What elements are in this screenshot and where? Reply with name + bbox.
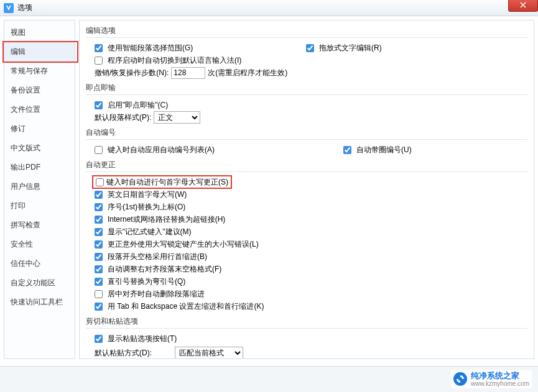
lbl-auto-ime: 程序启动时自动切换到默认语言输入法(I) bbox=[108, 55, 241, 66]
lbl-para-indent: 段落开头空格采用行首缩进(B) bbox=[108, 252, 207, 262]
app-icon bbox=[4, 3, 14, 13]
group-paste-title: 剪切和粘贴选项 bbox=[86, 316, 527, 329]
lbl-smart-para: 使用智能段落选择范围(G) bbox=[108, 43, 193, 53]
chk-para-indent[interactable] bbox=[95, 253, 103, 261]
input-undo-steps[interactable] bbox=[171, 67, 205, 79]
lbl-para-style: 默认段落样式(P): bbox=[95, 112, 151, 123]
sidebar-item-revision[interactable]: 修订 bbox=[4, 119, 75, 139]
watermark: 纯净系统之家 www.kzmyhome.com bbox=[451, 370, 532, 388]
lbl-cap-first: 键入时自动进行句首字母大写更正(S) bbox=[106, 177, 228, 188]
lbl-capslock: 更正意外使用大写锁定键产生的大小写错误(L) bbox=[108, 239, 259, 250]
group-numbering-title: 自动编号 bbox=[86, 127, 527, 140]
lbl-quotes: 直引号替换为弯引号(Q) bbox=[108, 276, 185, 287]
chk-circle-num[interactable] bbox=[343, 146, 351, 154]
main-area: 视图 编辑 常规与保存 备份设置 文件位置 修订 中文版式 输出PDF 用户信息… bbox=[0, 16, 538, 363]
watermark-title: 纯净系统之家 bbox=[471, 371, 529, 380]
chk-memory[interactable] bbox=[95, 228, 103, 236]
sidebar-item-view[interactable]: 视图 bbox=[4, 23, 75, 42]
chk-ordinal[interactable] bbox=[95, 203, 103, 211]
sidebar-item-spell[interactable]: 拼写检查 bbox=[4, 216, 75, 235]
chk-auto-adjust[interactable] bbox=[95, 265, 103, 273]
window-title: 选项 bbox=[17, 2, 32, 13]
chk-auto-ime[interactable] bbox=[95, 57, 103, 65]
sidebar-item-fileloc[interactable]: 文件位置 bbox=[4, 100, 75, 119]
chk-click-enable[interactable] bbox=[95, 101, 103, 109]
group-autocorrect-title: 自动更正 bbox=[86, 160, 527, 172]
lbl-internet: Internet或网络路径替换为超链接(H) bbox=[108, 214, 225, 225]
group-edit-title: 编辑选项 bbox=[86, 25, 527, 38]
sidebar-item-general[interactable]: 常规与保存 bbox=[4, 62, 75, 81]
sel-default-paste[interactable]: 匹配当前格式 bbox=[175, 347, 243, 359]
sidebar-item-edit[interactable]: 编辑 bbox=[4, 42, 75, 62]
sidebar: 视图 编辑 常规与保存 备份设置 文件位置 修订 中文版式 输出PDF 用户信息… bbox=[4, 20, 75, 359]
chk-center-del[interactable] bbox=[95, 290, 103, 298]
sidebar-item-ribbon[interactable]: 自定义功能区 bbox=[4, 273, 75, 293]
group-click-title: 即点即输 bbox=[86, 83, 527, 95]
chk-paste-btn[interactable] bbox=[95, 335, 103, 343]
lbl-circle-num: 自动带圈编号(U) bbox=[356, 145, 412, 155]
lbl-click-enable: 启用"即点即输"(C) bbox=[108, 100, 168, 111]
chk-eng-date[interactable] bbox=[95, 191, 103, 199]
lbl-drag-edit: 拖放式文字编辑(R) bbox=[319, 43, 382, 53]
lbl-ordinal: 序号(1st)替换为上标(O) bbox=[108, 202, 185, 212]
sidebar-item-user[interactable]: 用户信息 bbox=[4, 177, 75, 196]
close-icon bbox=[520, 2, 526, 8]
lbl-tab-bs: 用 Tab 和 Backspace 设置左缩进和首行缩进(K) bbox=[108, 301, 264, 312]
chk-drag-edit[interactable] bbox=[306, 44, 314, 52]
content-panel: 编辑选项 使用智能段落选择范围(G) 拖放式文字编辑(R) 程序启动时自动切换到… bbox=[79, 20, 534, 359]
sidebar-item-security[interactable]: 安全性 bbox=[4, 235, 75, 254]
lbl-auto-adjust: 自动调整右对齐段落末空格格式(F) bbox=[108, 264, 221, 275]
lbl-memory: 显示"记忆式键入"建议(M) bbox=[108, 227, 192, 237]
lbl-undo-suffix: 次(需重启程序才能生效) bbox=[208, 68, 287, 78]
lbl-auto-num: 键入时自动应用自动编号列表(A) bbox=[108, 145, 215, 155]
lbl-undo: 撤销/恢复操作步数(N): bbox=[95, 68, 169, 78]
lbl-eng-date: 英文日期首字母大写(W) bbox=[108, 189, 187, 200]
chk-smart-para[interactable] bbox=[95, 44, 103, 52]
sidebar-item-print[interactable]: 打印 bbox=[4, 196, 75, 216]
close-button[interactable] bbox=[508, 0, 538, 12]
sidebar-item-backup[interactable]: 备份设置 bbox=[4, 81, 75, 100]
lbl-paste-btn: 显示粘贴选项按钮(T) bbox=[108, 334, 177, 344]
lbl-center-del: 居中对齐时自动删除段落缩进 bbox=[108, 289, 205, 299]
sidebar-item-cjk[interactable]: 中文版式 bbox=[4, 139, 75, 158]
titlebar: 选项 bbox=[0, 0, 538, 16]
watermark-url: www.kzmyhome.com bbox=[471, 380, 529, 387]
chk-auto-num[interactable] bbox=[95, 146, 103, 154]
chk-capslock[interactable] bbox=[95, 240, 103, 248]
watermark-logo-icon bbox=[453, 372, 467, 386]
sidebar-item-pdf[interactable]: 输出PDF bbox=[4, 158, 75, 177]
chk-cap-first[interactable] bbox=[96, 178, 104, 186]
sel-para-style[interactable]: 正文 bbox=[154, 111, 200, 124]
lbl-default-paste: 默认粘贴方式(D): bbox=[95, 348, 172, 358]
sidebar-item-trust[interactable]: 信任中心 bbox=[4, 254, 75, 273]
chk-internet[interactable] bbox=[95, 216, 103, 224]
highlight-cap-first: 键入时自动进行句首字母大写更正(S) bbox=[92, 175, 232, 189]
sidebar-item-qat[interactable]: 快速访问工具栏 bbox=[4, 293, 75, 312]
chk-quotes[interactable] bbox=[95, 278, 103, 286]
chk-tab-bs[interactable] bbox=[95, 303, 103, 311]
